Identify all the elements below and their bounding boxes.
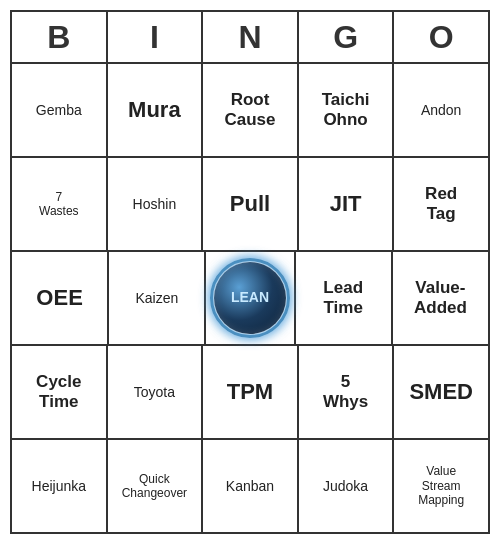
bingo-cell-0-1[interactable]: Mura: [108, 64, 204, 156]
bingo-grid: GembaMuraRootCauseTaichiOhnoAndon7Wastes…: [12, 64, 488, 532]
bingo-row-1: 7WastesHoshinPullJITRedTag: [12, 158, 488, 252]
bingo-cell-2-3[interactable]: LeadTime: [296, 252, 393, 344]
header-letter-b: B: [12, 12, 108, 62]
bingo-card: BINGO GembaMuraRootCauseTaichiOhnoAndon7…: [10, 10, 490, 534]
header-letter-o: O: [394, 12, 488, 62]
bingo-cell-2-1[interactable]: Kaizen: [109, 252, 206, 344]
bingo-cell-0-2[interactable]: RootCause: [203, 64, 299, 156]
bingo-row-2: OEEKaizenLEANLeadTimeValue-Added: [12, 252, 488, 346]
free-space-lean: LEAN: [214, 262, 286, 334]
bingo-cell-1-4[interactable]: RedTag: [394, 158, 488, 250]
bingo-cell-4-4[interactable]: ValueStreamMapping: [394, 440, 488, 532]
bingo-row-0: GembaMuraRootCauseTaichiOhnoAndon: [12, 64, 488, 158]
bingo-cell-4-0[interactable]: Heijunka: [12, 440, 108, 532]
bingo-header: BINGO: [12, 12, 488, 64]
header-letter-n: N: [203, 12, 299, 62]
bingo-cell-2-2[interactable]: LEAN: [206, 252, 295, 344]
header-letter-g: G: [299, 12, 395, 62]
bingo-row-4: HeijunkaQuickChangeoverKanbanJudokaValue…: [12, 440, 488, 532]
bingo-cell-2-0[interactable]: OEE: [12, 252, 109, 344]
bingo-cell-3-1[interactable]: Toyota: [108, 346, 204, 438]
bingo-cell-4-3[interactable]: Judoka: [299, 440, 395, 532]
bingo-row-3: CycleTimeToyotaTPM5WhysSMED: [12, 346, 488, 440]
bingo-cell-1-1[interactable]: Hoshin: [108, 158, 204, 250]
bingo-cell-4-2[interactable]: Kanban: [203, 440, 299, 532]
bingo-cell-3-2[interactable]: TPM: [203, 346, 299, 438]
header-letter-i: I: [108, 12, 204, 62]
bingo-cell-0-3[interactable]: TaichiOhno: [299, 64, 395, 156]
bingo-cell-3-3[interactable]: 5Whys: [299, 346, 395, 438]
bingo-cell-1-3[interactable]: JIT: [299, 158, 395, 250]
bingo-cell-1-0[interactable]: 7Wastes: [12, 158, 108, 250]
bingo-cell-4-1[interactable]: QuickChangeover: [108, 440, 204, 532]
bingo-cell-3-4[interactable]: SMED: [394, 346, 488, 438]
bingo-cell-0-4[interactable]: Andon: [394, 64, 488, 156]
bingo-cell-0-0[interactable]: Gemba: [12, 64, 108, 156]
bingo-cell-2-4[interactable]: Value-Added: [393, 252, 488, 344]
bingo-cell-1-2[interactable]: Pull: [203, 158, 299, 250]
bingo-cell-3-0[interactable]: CycleTime: [12, 346, 108, 438]
